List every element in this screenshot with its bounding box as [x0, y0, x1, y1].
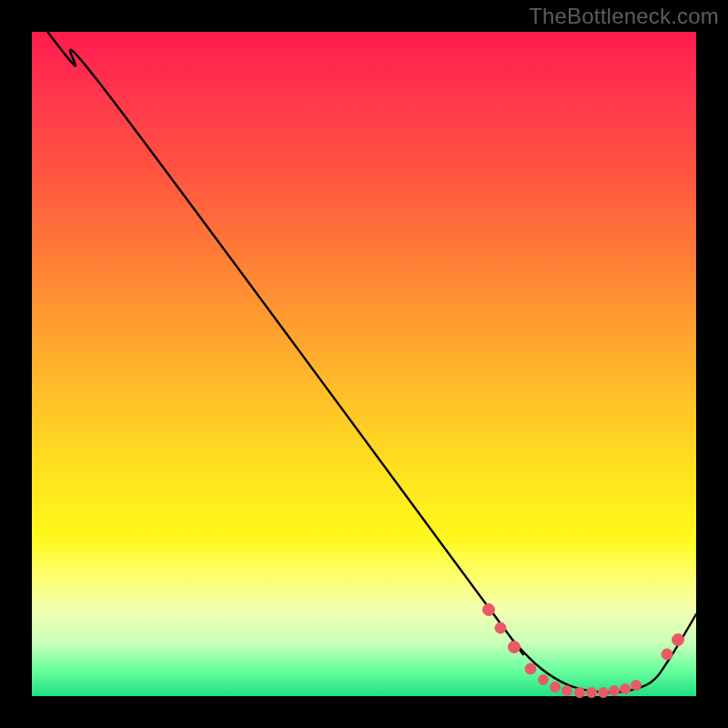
data-point — [562, 686, 572, 696]
data-point — [495, 622, 506, 633]
data-point — [621, 684, 631, 694]
data-point — [483, 604, 495, 616]
data-point — [539, 675, 549, 685]
data-point — [587, 688, 597, 698]
data-point — [632, 681, 642, 691]
data-point — [575, 688, 585, 698]
attribution-label: TheBottleneck.com — [529, 4, 719, 29]
data-point — [662, 649, 672, 660]
chart-container: TheBottleneck.com — [0, 0, 728, 728]
data-point — [610, 686, 620, 696]
plot-area — [32, 32, 696, 696]
curve-layer — [32, 32, 696, 696]
data-point — [525, 663, 536, 674]
data-point — [509, 642, 521, 653]
data-point — [672, 634, 684, 646]
bottleneck-curve — [27, 5, 696, 693]
data-points — [483, 604, 684, 698]
data-point — [551, 682, 561, 693]
data-point — [599, 688, 609, 698]
